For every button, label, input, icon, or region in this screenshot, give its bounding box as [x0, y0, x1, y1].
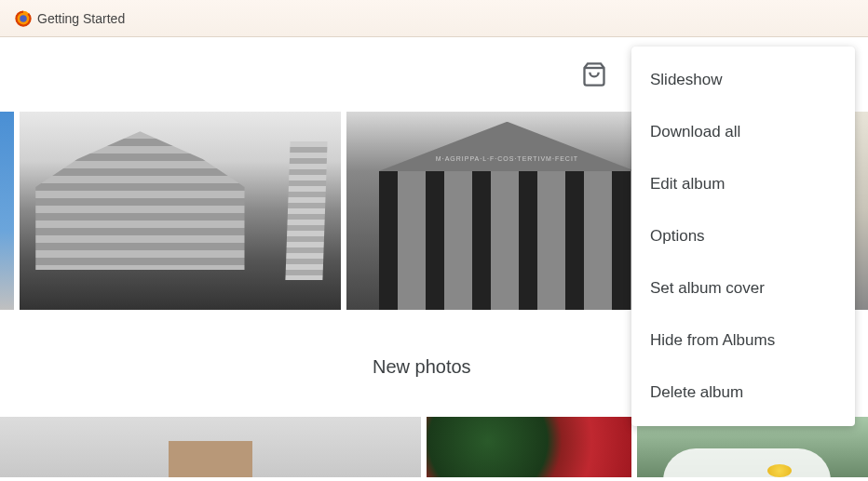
- shopping-bag-icon[interactable]: [581, 61, 607, 87]
- photo-thumbnail[interactable]: [427, 417, 631, 477]
- menu-item-set-album-cover[interactable]: Set album cover: [631, 262, 855, 314]
- menu-item-delete-album[interactable]: Delete album: [631, 367, 855, 419]
- photo-thumbnail[interactable]: M·AGRIPPA·L·F·COS·TERTIVM·FECIT: [346, 112, 668, 310]
- album-options-menu: Slideshow Download all Edit album Option…: [631, 47, 855, 426]
- photo-thumbnail[interactable]: [0, 417, 421, 477]
- browser-tab-bar: Getting Started: [0, 0, 868, 37]
- menu-item-options[interactable]: Options: [631, 210, 855, 262]
- menu-item-edit-album[interactable]: Edit album: [631, 158, 855, 210]
- menu-item-hide-from-albums[interactable]: Hide from Albums: [631, 314, 855, 367]
- menu-item-download-all[interactable]: Download all: [631, 106, 855, 158]
- floating-panel-shadow: [663, 448, 831, 481]
- firefox-icon: [15, 10, 32, 27]
- photo-inscription: M·AGRIPPA·L·F·COS·TERTIVM·FECIT: [436, 155, 578, 162]
- menu-item-slideshow[interactable]: Slideshow: [631, 54, 855, 106]
- tab-title: Getting Started: [37, 11, 125, 26]
- svg-point-1: [20, 15, 27, 22]
- browser-tab[interactable]: Getting Started: [7, 7, 132, 31]
- photo-thumbnail[interactable]: [0, 112, 14, 310]
- emoji-badge-icon[interactable]: [767, 464, 792, 477]
- photo-thumbnail[interactable]: [20, 112, 341, 310]
